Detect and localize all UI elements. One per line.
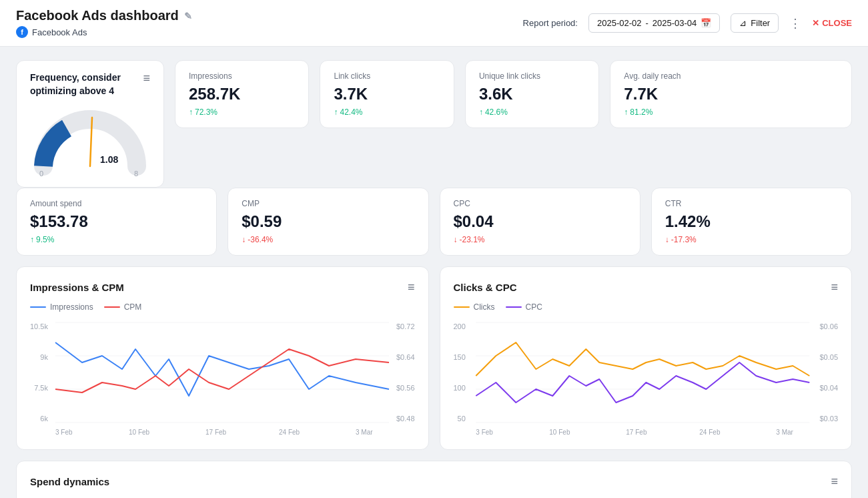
- ctr-arrow: ↓: [665, 235, 669, 244]
- cmp-label: CMP: [242, 199, 414, 208]
- date-range-picker[interactable]: 2025-02-02 - 2025-03-04 📅: [588, 13, 720, 33]
- y-axis-right-impressions: $0.72 $0.64 $0.56 $0.48: [392, 322, 415, 436]
- metric-impressions: Impressions 258.7K ↑ 72.3%: [175, 60, 309, 128]
- clicks-cpc-menu-icon[interactable]: ≡: [831, 280, 838, 294]
- charts-row: Impressions & CPM ≡ Impressions CPM 10.5…: [16, 266, 852, 450]
- cmp-value: $0.59: [242, 212, 414, 231]
- amount-spend-label: Amount spend: [30, 199, 203, 208]
- ctr-label: CTR: [665, 199, 838, 208]
- frequency-chart: 1.08 0 8: [30, 103, 150, 176]
- cmp-change: ↓ -36.4%: [242, 235, 414, 244]
- legend-cpc-line: [506, 306, 522, 308]
- svg-text:10 Feb: 10 Feb: [549, 429, 570, 436]
- link-clicks-value: 3.7K: [334, 85, 440, 103]
- svg-text:17 Feb: 17 Feb: [205, 429, 227, 436]
- svg-text:3 Mar: 3 Mar: [356, 429, 373, 436]
- metric-link-clicks: Link clicks 3.7K ↑ 42.4%: [320, 60, 454, 128]
- svg-text:24 Feb: 24 Feb: [699, 429, 721, 436]
- page-title: Facebook Ads dashboard: [16, 8, 179, 23]
- avg-reach-change: ↑ 81.2%: [624, 107, 838, 117]
- impressions-change: ↑ 72.3%: [189, 107, 295, 117]
- unique-clicks-label: Unique link clicks: [479, 71, 585, 81]
- frequency-header: Frequency, consider optimizing above 4 ≡: [30, 71, 150, 97]
- impressions-cpm-menu-icon[interactable]: ≡: [408, 280, 415, 294]
- clicks-cpc-legend: Clicks CPC: [454, 302, 839, 312]
- legend-cpm-label: CPM: [124, 302, 142, 312]
- metrics-grid-row1: Impressions 258.7K ↑ 72.3% Link clicks 3…: [16, 60, 852, 188]
- cpc-value: $0.04: [454, 212, 626, 231]
- link-clicks-change: ↑ 42.4%: [334, 107, 440, 117]
- link-clicks-arrow: ↑: [334, 107, 338, 117]
- filter-icon: ⊿: [739, 18, 747, 28]
- clicks-cpc-svg: 3 Feb 10 Feb 17 Feb 24 Feb 3 Mar: [470, 322, 816, 423]
- impressions-chart-svg-container: 3 Feb 10 Feb 17 Feb 24 Feb 3 Mar: [52, 322, 392, 436]
- close-x-icon: ✕: [812, 18, 819, 28]
- main-content: Impressions 258.7K ↑ 72.3% Link clicks 3…: [0, 47, 868, 498]
- metric-unique-link-clicks: Unique link clicks 3.6K ↑ 42.6%: [465, 60, 599, 128]
- header-subtitle: f Facebook Ads: [16, 26, 192, 38]
- legend-clicks: Clicks: [454, 302, 495, 312]
- more-options-button[interactable]: ⋮: [789, 16, 801, 31]
- ctr-value: 1.42%: [665, 212, 838, 231]
- legend-impressions-line: [30, 306, 46, 308]
- filter-button[interactable]: ⊿ Filter: [731, 13, 779, 33]
- header-title-row: Facebook Ads dashboard ✎: [16, 8, 192, 23]
- spend-dynamics-menu-icon[interactable]: ≡: [831, 475, 838, 489]
- cpc-arrow: ↓: [454, 235, 458, 244]
- unique-clicks-change: ↑ 42.6%: [479, 107, 585, 117]
- impressions-arrow: ↑: [189, 107, 193, 117]
- subtitle-text: Facebook Ads: [32, 27, 87, 37]
- clicks-cpc-header: Clicks & CPC ≡: [454, 280, 839, 294]
- y-axis-left-impressions: 10.5k 9k 7.5k 6k: [30, 322, 52, 436]
- amount-spend-arrow: ↑: [30, 235, 34, 244]
- frequency-menu-icon[interactable]: ≡: [143, 71, 150, 85]
- close-button[interactable]: ✕ CLOSE: [812, 18, 852, 28]
- unique-clicks-arrow: ↑: [479, 107, 483, 117]
- legend-cpm-line: [104, 306, 120, 308]
- frequency-title: Frequency, consider optimizing above 4: [30, 71, 143, 97]
- impressions-value: 258.7K: [189, 85, 295, 103]
- amount-spend-change: ↑ 9.5%: [30, 235, 203, 244]
- filter-label: Filter: [751, 18, 770, 28]
- metric-cmp: CMP $0.59 ↓ -36.4%: [228, 188, 428, 256]
- link-clicks-label: Link clicks: [334, 71, 440, 81]
- impressions-label: Impressions: [189, 71, 295, 81]
- metric-amount-spend: Amount spend $153.78 ↑ 9.5%: [16, 188, 217, 256]
- unique-clicks-value: 3.6K: [479, 85, 585, 103]
- legend-cpc-label: CPC: [526, 302, 542, 312]
- ctr-change: ↓ -17.3%: [665, 235, 838, 244]
- clicks-cpc-title: Clicks & CPC: [454, 282, 517, 293]
- legend-clicks-line: [454, 306, 470, 308]
- legend-cpm: CPM: [104, 302, 142, 312]
- close-label: CLOSE: [822, 18, 852, 28]
- spend-dynamics-header: Spend dynamics ≡: [30, 475, 838, 489]
- impressions-cpm-chart-card: Impressions & CPM ≡ Impressions CPM 10.5…: [16, 266, 429, 450]
- frequency-card: Frequency, consider optimizing above 4 ≡…: [16, 60, 164, 188]
- impressions-cpm-legend: Impressions CPM: [30, 302, 415, 312]
- legend-cpc: CPC: [506, 302, 542, 312]
- legend-impressions: Impressions: [30, 302, 93, 312]
- svg-text:1.08: 1.08: [100, 154, 118, 165]
- svg-text:24 Feb: 24 Feb: [279, 429, 300, 436]
- metrics-grid-row2: Amount spend $153.78 ↑ 9.5% CMP $0.59 ↓ …: [16, 188, 852, 256]
- svg-text:3 Mar: 3 Mar: [776, 429, 793, 436]
- cmp-arrow: ↓: [242, 235, 246, 244]
- report-period-label: Report period:: [523, 18, 578, 28]
- svg-text:3 Feb: 3 Feb: [476, 429, 493, 436]
- date-end: 2025-03-04: [653, 18, 697, 28]
- date-start: 2025-02-02: [597, 18, 642, 28]
- clicks-chart-svg-container: 3 Feb 10 Feb 17 Feb 24 Feb 3 Mar: [470, 322, 816, 436]
- calendar-icon: 📅: [701, 18, 711, 28]
- clicks-chart-body: 200 150 100 50: [454, 322, 839, 436]
- impressions-cpm-title: Impressions & CPM: [30, 282, 124, 293]
- cpc-change: ↓ -23.1%: [454, 235, 626, 244]
- metric-ctr: CTR 1.42% ↓ -17.3%: [651, 188, 852, 256]
- metric-avg-daily-reach: Avg. daily reach 7.7K ↑ 81.2%: [610, 60, 852, 128]
- impressions-chart-body: 10.5k 9k 7.5k 6k: [30, 322, 415, 436]
- edit-icon[interactable]: ✎: [184, 11, 192, 21]
- y-axis-left-clicks: 200 150 100 50: [454, 322, 470, 436]
- spend-dynamics-title: Spend dynamics: [30, 476, 109, 487]
- amount-spend-value: $153.78: [30, 212, 203, 231]
- header-right: Report period: 2025-02-02 - 2025-03-04 📅…: [523, 13, 852, 33]
- avg-reach-label: Avg. daily reach: [624, 71, 838, 81]
